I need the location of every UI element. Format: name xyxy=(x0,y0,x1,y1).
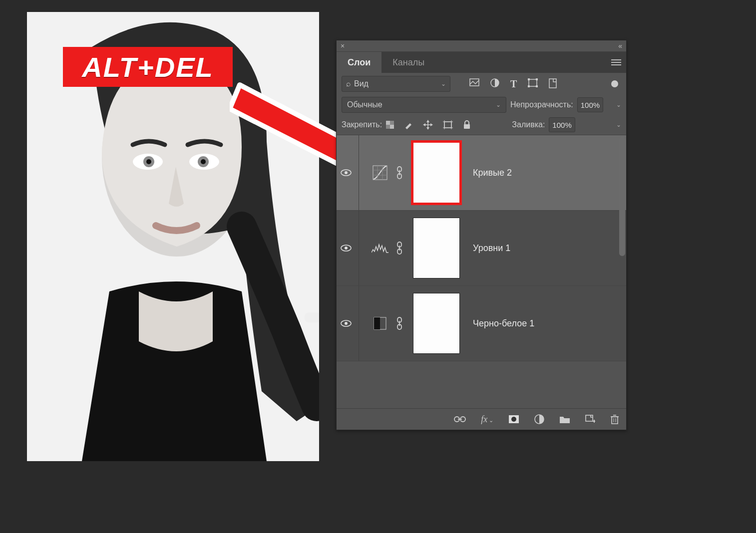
filter-type-icon[interactable]: T xyxy=(510,78,517,90)
fill-input[interactable]: 100% xyxy=(549,117,575,132)
visibility-icon[interactable] xyxy=(341,245,352,252)
svg-rect-14 xyxy=(529,79,537,86)
layer-name[interactable]: Кривые 2 xyxy=(473,168,512,178)
layer-filter-select[interactable]: ⌕ Вид ⌄ xyxy=(342,76,450,92)
svg-marker-26 xyxy=(426,127,429,130)
opacity-label: Непрозрачность: xyxy=(510,100,573,109)
svg-rect-15 xyxy=(528,78,530,80)
new-layer-icon[interactable] xyxy=(585,415,595,424)
collapse-icon[interactable]: « xyxy=(618,42,622,50)
svg-rect-16 xyxy=(536,78,538,80)
search-icon: ⌕ xyxy=(346,79,351,88)
chevron-down-icon: ⌄ xyxy=(441,80,446,87)
curves-icon[interactable] xyxy=(371,164,389,182)
lock-all-icon[interactable] xyxy=(463,120,471,129)
chevron-down-icon[interactable]: ⌄ xyxy=(616,101,621,108)
svg-rect-21 xyxy=(386,121,390,125)
levels-icon[interactable] xyxy=(371,239,389,257)
new-adjustment-icon[interactable] xyxy=(534,414,544,424)
link-layers-icon[interactable] xyxy=(454,416,466,423)
svg-rect-8 xyxy=(305,312,319,322)
filter-pixel-icon[interactable] xyxy=(469,78,479,90)
panel-menu-icon[interactable] xyxy=(611,59,621,66)
layer-fx-icon[interactable]: fx ⌄ xyxy=(481,414,493,425)
svg-point-36 xyxy=(345,171,348,174)
lock-label: Закрепить: xyxy=(342,120,382,129)
svg-point-7 xyxy=(201,159,206,164)
layer-mask-thumbnail[interactable] xyxy=(413,142,460,203)
svg-rect-17 xyxy=(528,85,530,87)
layer-row[interactable]: Уровни 1 xyxy=(337,211,626,286)
layer-row[interactable]: Черно-белое 1 xyxy=(337,286,626,361)
lock-pixels-icon[interactable] xyxy=(386,121,394,129)
svg-rect-24 xyxy=(386,125,390,129)
svg-point-4 xyxy=(146,159,151,164)
mask-link-icon[interactable] xyxy=(396,242,406,255)
layers-panel: × « Слои Каналы ⌕ Вид ⌄ T xyxy=(336,40,627,430)
svg-point-51 xyxy=(345,322,348,325)
layer-name[interactable]: Черно-белое 1 xyxy=(473,318,534,329)
opacity-input[interactable]: 100% xyxy=(577,97,603,112)
fill-label: Заливка: xyxy=(512,120,545,129)
filter-toggle[interactable] xyxy=(611,80,618,87)
svg-rect-63 xyxy=(586,415,593,421)
svg-marker-25 xyxy=(426,120,429,122)
visibility-icon[interactable] xyxy=(341,169,352,176)
lock-position-icon[interactable] xyxy=(423,120,433,130)
svg-point-61 xyxy=(511,417,516,422)
mask-link-icon[interactable] xyxy=(396,317,406,330)
chevron-down-icon: ⌄ xyxy=(496,101,501,108)
add-mask-icon[interactable] xyxy=(508,415,519,424)
svg-rect-66 xyxy=(612,417,618,424)
lock-artboard-icon[interactable] xyxy=(443,120,453,129)
layer-filter-value: Вид xyxy=(354,79,369,88)
layers-list: Кривые 2 Уровни 1 Черно-белое 1 xyxy=(337,135,626,408)
svg-rect-29 xyxy=(444,122,451,128)
layer-mask-thumbnail[interactable] xyxy=(413,293,460,354)
visibility-icon[interactable] xyxy=(341,320,352,327)
filter-adjust-icon[interactable] xyxy=(490,78,499,90)
lock-brush-icon[interactable] xyxy=(404,120,413,129)
filter-shape-icon[interactable] xyxy=(528,78,538,90)
layer-row[interactable]: Кривые 2 xyxy=(337,135,626,211)
svg-marker-27 xyxy=(423,123,425,126)
bw-icon[interactable] xyxy=(371,314,389,332)
svg-rect-23 xyxy=(390,121,394,125)
layer-name[interactable]: Уровни 1 xyxy=(473,243,510,254)
close-icon[interactable]: × xyxy=(341,42,345,50)
tab-channels[interactable]: Каналы xyxy=(381,52,435,73)
chevron-down-icon[interactable]: ⌄ xyxy=(616,121,621,128)
mask-link-icon[interactable] xyxy=(396,166,406,179)
trash-icon[interactable] xyxy=(610,414,619,424)
blend-mode-select[interactable]: Обычные ⌄ xyxy=(342,97,506,113)
svg-rect-34 xyxy=(464,124,470,129)
tab-layers[interactable]: Слои xyxy=(337,52,381,73)
layers-scrollbar[interactable] xyxy=(618,135,625,304)
panel-tabs: Слои Каналы xyxy=(337,52,626,73)
filter-smart-icon[interactable] xyxy=(549,78,557,90)
svg-rect-53 xyxy=(374,317,380,329)
svg-rect-19 xyxy=(549,79,556,88)
svg-rect-18 xyxy=(536,85,538,87)
svg-point-46 xyxy=(345,247,348,250)
svg-rect-22 xyxy=(390,125,394,129)
layer-mask-thumbnail[interactable] xyxy=(413,218,460,278)
new-group-icon[interactable] xyxy=(559,415,570,424)
shortcut-badge-text: ALT+DEL xyxy=(82,51,213,83)
shortcut-badge: ALT+DEL xyxy=(63,47,233,87)
svg-marker-28 xyxy=(430,123,433,126)
layers-footer: fx ⌄ xyxy=(337,408,626,430)
